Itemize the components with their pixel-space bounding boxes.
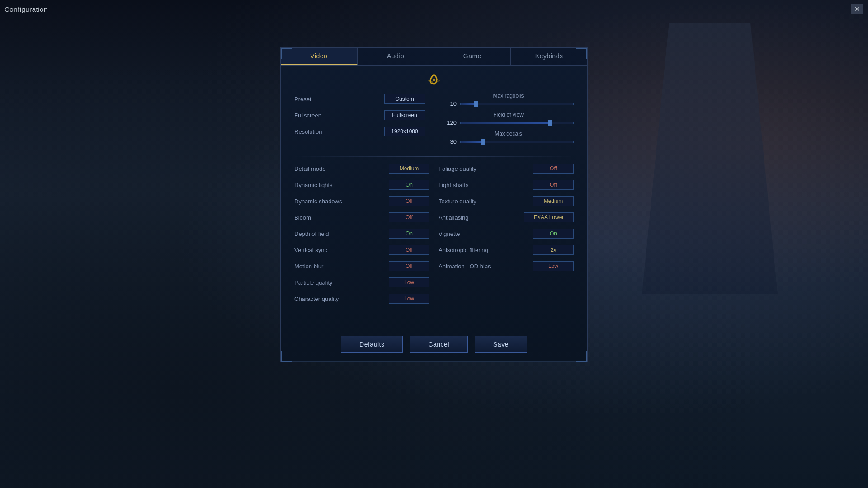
detail-mode-label: Detail mode xyxy=(294,165,326,172)
foliage-quality-row: Foliage quality Off xyxy=(439,162,574,175)
tab-bar: Video Audio Game Keybinds xyxy=(281,48,587,66)
ragdolls-slider-row: 10 xyxy=(443,100,574,107)
triquetra-icon xyxy=(425,71,443,89)
particle-quality-label: Particle quality xyxy=(294,279,333,286)
bloom-row: Bloom Off xyxy=(294,211,429,224)
decals-thumb[interactable] xyxy=(481,139,485,145)
decals-slider-row: 30 xyxy=(443,138,574,145)
decals-group: Max decals 30 xyxy=(443,131,574,145)
fov-group: Field of view 120 xyxy=(443,112,574,126)
particle-quality-value[interactable]: Low xyxy=(389,277,429,287)
dynamic-lights-value[interactable]: On xyxy=(389,180,429,190)
defaults-button[interactable]: Defaults xyxy=(341,336,403,353)
light-shafts-label: Light shafts xyxy=(439,182,469,188)
tab-video[interactable]: Video xyxy=(281,48,358,65)
fov-fill xyxy=(461,122,548,124)
anisotropic-filtering-row: Anisotropic filtering 2x xyxy=(439,244,574,256)
texture-quality-value[interactable]: Medium xyxy=(533,196,574,206)
corner-br xyxy=(576,351,587,362)
logo-area xyxy=(281,66,587,93)
vertical-sync-row: Vertical sync Off xyxy=(294,244,429,256)
bloom-label: Bloom xyxy=(294,214,311,221)
preset-value[interactable]: Custom xyxy=(384,94,425,104)
title-bar: Configuration ✕ xyxy=(0,0,868,18)
character-quality-label: Character quality xyxy=(294,296,339,302)
sliders-section: Max ragdolls 10 Field of view 120 xyxy=(434,93,574,150)
content-area: Preset Custom Fullscreen Fullscreen Reso… xyxy=(281,93,587,327)
close-button[interactable]: ✕ xyxy=(851,4,863,14)
fov-slider-row: 120 xyxy=(443,119,574,126)
dynamic-shadows-label: Dynamic shadows xyxy=(294,198,342,205)
decals-fill xyxy=(461,141,481,143)
tab-audio[interactable]: Audio xyxy=(358,48,434,65)
motion-blur-label: Motion blur xyxy=(294,263,323,270)
ragdolls-thumb[interactable] xyxy=(474,101,478,107)
window-title: Configuration xyxy=(5,5,48,13)
vignette-label: Vignette xyxy=(439,230,460,237)
detail-mode-row: Detail mode Medium xyxy=(294,162,429,175)
vertical-sync-value[interactable]: Off xyxy=(389,245,429,255)
dynamic-shadows-value[interactable]: Off xyxy=(389,196,429,206)
texture-quality-label: Texture quality xyxy=(439,198,476,205)
depth-of-field-row: Depth of field On xyxy=(294,227,429,240)
svg-point-0 xyxy=(433,79,435,81)
resolution-row: Resolution 868x488 xyxy=(294,125,425,138)
fullscreen-label: Fullscreen xyxy=(294,112,321,119)
preset-label: Preset xyxy=(294,96,311,103)
antialiasing-value[interactable]: FXAA Lower xyxy=(524,212,574,222)
left-settings-col: Detail mode Medium Dynamic lights On Dyn… xyxy=(294,162,429,309)
decals-track[interactable] xyxy=(460,141,574,143)
anisotropic-filtering-label: Anisotropic filtering xyxy=(439,247,488,253)
ragdolls-value: 10 xyxy=(443,100,457,107)
corner-tl xyxy=(281,48,292,59)
settings-grid: Detail mode Medium Dynamic lights On Dyn… xyxy=(294,162,574,309)
animation-lod-row: Animation LOD bias Low xyxy=(439,260,574,272)
texture-quality-row: Texture quality Medium xyxy=(439,195,574,207)
character-quality-row: Character quality Low xyxy=(294,292,429,305)
preset-row: Preset Custom xyxy=(294,93,425,105)
corner-bl xyxy=(281,351,292,362)
decals-label: Max decals xyxy=(443,131,574,137)
corner-tr xyxy=(576,48,587,59)
foliage-quality-value[interactable]: Off xyxy=(533,164,574,174)
antialiasing-label: Antialiasing xyxy=(439,214,469,221)
ragdolls-group: Max ragdolls 10 xyxy=(443,93,574,107)
antialiasing-row: Antialiasing FXAA Lower xyxy=(439,211,574,224)
dynamic-lights-row: Dynamic lights On xyxy=(294,178,429,191)
fov-thumb[interactable] xyxy=(548,120,552,126)
cancel-button[interactable]: Cancel xyxy=(410,336,468,353)
tab-keybinds[interactable]: Keybinds xyxy=(511,48,587,65)
depth-of-field-value[interactable]: On xyxy=(389,229,429,239)
fov-track[interactable] xyxy=(460,122,574,124)
basic-settings: Preset Custom Fullscreen Fullscreen Reso… xyxy=(294,93,425,150)
character-quality-value[interactable]: Low xyxy=(389,294,429,304)
resolution-label: Resolution xyxy=(294,128,322,135)
light-shafts-value[interactable]: Off xyxy=(533,180,574,190)
particle-quality-row: Particle quality Low xyxy=(294,276,429,289)
detail-mode-value[interactable]: Medium xyxy=(389,164,429,174)
dynamic-lights-label: Dynamic lights xyxy=(294,182,333,188)
resolution-value[interactable]: 868x488 xyxy=(384,127,425,136)
right-settings-col: Foliage quality Off Light shafts Off Tex… xyxy=(439,162,574,309)
tab-game[interactable]: Game xyxy=(434,48,511,65)
bottom-buttons: Defaults Cancel Save xyxy=(281,336,587,353)
bloom-value[interactable]: Off xyxy=(389,212,429,222)
animation-lod-value[interactable]: Low xyxy=(533,261,574,271)
anisotropic-filtering-value[interactable]: 2x xyxy=(533,245,574,255)
fullscreen-row: Fullscreen Fullscreen xyxy=(294,109,425,122)
depth-of-field-label: Depth of field xyxy=(294,230,329,237)
motion-blur-value[interactable]: Off xyxy=(389,261,429,271)
vertical-sync-label: Vertical sync xyxy=(294,247,327,253)
decals-value: 30 xyxy=(443,138,457,145)
animation-lod-label: Animation LOD bias xyxy=(439,263,491,270)
save-button[interactable]: Save xyxy=(475,336,527,353)
fullscreen-value[interactable]: Fullscreen xyxy=(384,110,425,120)
divider-2 xyxy=(294,314,574,314)
configuration-dialog: Video Audio Game Keybinds Preset xyxy=(280,47,588,362)
vignette-value[interactable]: On xyxy=(533,229,574,239)
settings-top: Preset Custom Fullscreen Fullscreen Reso… xyxy=(294,93,574,150)
light-shafts-row: Light shafts Off xyxy=(439,178,574,191)
ragdolls-label: Max ragdolls xyxy=(443,93,574,99)
foliage-quality-label: Foliage quality xyxy=(439,165,476,172)
ragdolls-track[interactable] xyxy=(460,103,574,105)
